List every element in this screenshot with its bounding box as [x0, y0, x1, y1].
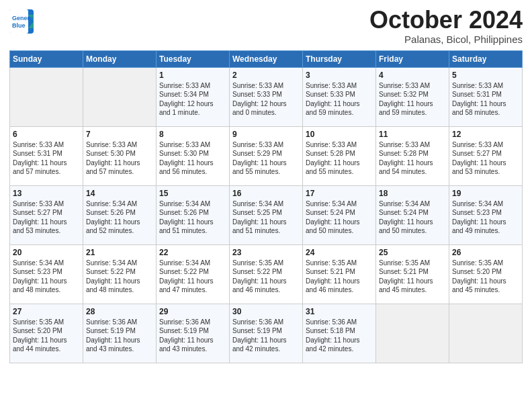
day-info: Sunrise: 5:35 AM Sunset: 5:21 PM Dayligh… [306, 259, 373, 295]
day-number: 8 [159, 130, 226, 139]
calendar-cell: 2Sunrise: 5:33 AM Sunset: 5:33 PM Daylig… [230, 67, 303, 126]
calendar-cell: 8Sunrise: 5:33 AM Sunset: 5:30 PM Daylig… [157, 126, 230, 185]
day-number: 23 [232, 248, 300, 257]
calendar-cell: 9Sunrise: 5:33 AM Sunset: 5:29 PM Daylig… [230, 126, 303, 185]
day-number: 22 [159, 248, 226, 257]
calendar-cell: 21Sunrise: 5:34 AM Sunset: 5:22 PM Dayli… [83, 244, 157, 304]
calendar-cell: 19Sunrise: 5:34 AM Sunset: 5:23 PM Dayli… [449, 185, 523, 244]
day-number: 10 [306, 130, 373, 139]
calendar-cell: 27Sunrise: 5:35 AM Sunset: 5:20 PM Dayli… [10, 304, 83, 363]
calendar-cell: 12Sunrise: 5:33 AM Sunset: 5:27 PM Dayli… [449, 126, 523, 185]
day-number: 20 [13, 248, 80, 257]
column-header-thursday: Thursday [303, 50, 376, 67]
day-info: Sunrise: 5:33 AM Sunset: 5:33 PM Dayligh… [232, 81, 300, 118]
svg-text:Blue: Blue [12, 22, 26, 29]
calendar-cell [83, 67, 157, 126]
day-number: 17 [306, 189, 373, 198]
logo: General Blue [9, 9, 34, 34]
day-info: Sunrise: 5:35 AM Sunset: 5:20 PM Dayligh… [13, 318, 80, 354]
column-header-wednesday: Wednesday [230, 50, 303, 67]
calendar-cell: 31Sunrise: 5:36 AM Sunset: 5:18 PM Dayli… [303, 304, 376, 363]
column-header-monday: Monday [83, 50, 157, 67]
calendar-cell [376, 304, 449, 363]
day-number: 2 [232, 71, 300, 80]
calendar-cell: 4Sunrise: 5:33 AM Sunset: 5:32 PM Daylig… [376, 67, 449, 126]
day-info: Sunrise: 5:35 AM Sunset: 5:22 PM Dayligh… [232, 259, 300, 295]
calendar-cell: 28Sunrise: 5:36 AM Sunset: 5:19 PM Dayli… [83, 304, 157, 363]
day-info: Sunrise: 5:33 AM Sunset: 5:32 PM Dayligh… [379, 81, 446, 118]
column-header-friday: Friday [376, 50, 449, 67]
calendar-cell: 6Sunrise: 5:33 AM Sunset: 5:31 PM Daylig… [10, 126, 83, 185]
calendar-cell: 24Sunrise: 5:35 AM Sunset: 5:21 PM Dayli… [303, 244, 376, 304]
calendar-cell: 3Sunrise: 5:33 AM Sunset: 5:33 PM Daylig… [303, 67, 376, 126]
day-number: 6 [13, 130, 80, 139]
day-info: Sunrise: 5:34 AM Sunset: 5:24 PM Dayligh… [379, 199, 446, 236]
calendar-cell [10, 67, 83, 126]
page: General Blue October 2024 Palanas, Bicol… [0, 0, 532, 411]
header: General Blue October 2024 Palanas, Bicol… [9, 7, 523, 45]
day-number: 26 [452, 248, 519, 257]
day-number: 30 [232, 307, 300, 316]
day-number: 11 [379, 130, 446, 139]
day-info: Sunrise: 5:34 AM Sunset: 5:25 PM Dayligh… [232, 199, 300, 236]
day-number: 15 [159, 189, 226, 198]
day-info: Sunrise: 5:35 AM Sunset: 5:20 PM Dayligh… [452, 259, 519, 295]
calendar-cell: 5Sunrise: 5:33 AM Sunset: 5:31 PM Daylig… [449, 67, 523, 126]
day-info: Sunrise: 5:34 AM Sunset: 5:24 PM Dayligh… [306, 199, 373, 236]
calendar-cell: 18Sunrise: 5:34 AM Sunset: 5:24 PM Dayli… [376, 185, 449, 244]
day-number: 13 [13, 189, 80, 198]
day-info: Sunrise: 5:33 AM Sunset: 5:28 PM Dayligh… [379, 140, 446, 177]
calendar-cell: 7Sunrise: 5:33 AM Sunset: 5:30 PM Daylig… [83, 126, 157, 185]
day-number: 4 [379, 71, 446, 80]
day-info: Sunrise: 5:33 AM Sunset: 5:34 PM Dayligh… [159, 81, 226, 118]
svg-text:General: General [12, 15, 34, 21]
svg-rect-2 [9, 9, 28, 34]
day-info: Sunrise: 5:36 AM Sunset: 5:19 PM Dayligh… [159, 318, 226, 354]
calendar-cell: 29Sunrise: 5:36 AM Sunset: 5:19 PM Dayli… [157, 304, 230, 363]
calendar-cell: 13Sunrise: 5:33 AM Sunset: 5:27 PM Dayli… [10, 185, 83, 244]
calendar-cell: 20Sunrise: 5:34 AM Sunset: 5:23 PM Dayli… [10, 244, 83, 304]
day-number: 16 [232, 189, 300, 198]
day-number: 14 [86, 189, 153, 198]
day-info: Sunrise: 5:33 AM Sunset: 5:31 PM Dayligh… [13, 140, 80, 177]
day-info: Sunrise: 5:34 AM Sunset: 5:22 PM Dayligh… [86, 259, 153, 295]
day-number: 24 [306, 248, 373, 257]
day-info: Sunrise: 5:34 AM Sunset: 5:23 PM Dayligh… [13, 259, 80, 295]
day-number: 19 [452, 189, 519, 198]
day-info: Sunrise: 5:34 AM Sunset: 5:23 PM Dayligh… [452, 199, 519, 236]
day-info: Sunrise: 5:33 AM Sunset: 5:27 PM Dayligh… [13, 199, 80, 236]
calendar-cell: 1Sunrise: 5:33 AM Sunset: 5:34 PM Daylig… [157, 67, 230, 126]
day-number: 31 [306, 307, 373, 316]
page-title: October 2024 [369, 7, 523, 34]
calendar-cell: 30Sunrise: 5:36 AM Sunset: 5:19 PM Dayli… [230, 304, 303, 363]
title-block: October 2024 Palanas, Bicol, Philippines [369, 7, 523, 45]
day-info: Sunrise: 5:36 AM Sunset: 5:19 PM Dayligh… [86, 318, 153, 354]
page-subtitle: Palanas, Bicol, Philippines [369, 34, 523, 45]
day-info: Sunrise: 5:33 AM Sunset: 5:33 PM Dayligh… [306, 81, 373, 118]
column-header-saturday: Saturday [449, 50, 523, 67]
calendar-cell: 10Sunrise: 5:33 AM Sunset: 5:28 PM Dayli… [303, 126, 376, 185]
day-number: 1 [159, 71, 226, 80]
day-number: 25 [379, 248, 446, 257]
day-number: 5 [452, 71, 519, 80]
calendar-cell: 17Sunrise: 5:34 AM Sunset: 5:24 PM Dayli… [303, 185, 376, 244]
day-info: Sunrise: 5:33 AM Sunset: 5:28 PM Dayligh… [306, 140, 373, 177]
day-info: Sunrise: 5:33 AM Sunset: 5:30 PM Dayligh… [159, 140, 226, 177]
day-number: 27 [13, 307, 80, 316]
day-info: Sunrise: 5:33 AM Sunset: 5:29 PM Dayligh… [232, 140, 300, 177]
calendar-cell: 22Sunrise: 5:34 AM Sunset: 5:22 PM Dayli… [157, 244, 230, 304]
day-number: 18 [379, 189, 446, 198]
day-info: Sunrise: 5:34 AM Sunset: 5:26 PM Dayligh… [86, 199, 153, 236]
day-number: 3 [306, 71, 373, 80]
day-number: 12 [452, 130, 519, 139]
calendar-cell: 11Sunrise: 5:33 AM Sunset: 5:28 PM Dayli… [376, 126, 449, 185]
day-number: 7 [86, 130, 153, 139]
calendar-cell: 14Sunrise: 5:34 AM Sunset: 5:26 PM Dayli… [83, 185, 157, 244]
day-info: Sunrise: 5:36 AM Sunset: 5:19 PM Dayligh… [232, 318, 300, 354]
calendar-table: SundayMondayTuesdayWednesdayThursdayFrid… [9, 50, 523, 363]
calendar-cell: 16Sunrise: 5:34 AM Sunset: 5:25 PM Dayli… [230, 185, 303, 244]
calendar-cell [449, 304, 523, 363]
calendar-cell: 26Sunrise: 5:35 AM Sunset: 5:20 PM Dayli… [449, 244, 523, 304]
day-info: Sunrise: 5:35 AM Sunset: 5:21 PM Dayligh… [379, 259, 446, 295]
calendar-cell: 25Sunrise: 5:35 AM Sunset: 5:21 PM Dayli… [376, 244, 449, 304]
